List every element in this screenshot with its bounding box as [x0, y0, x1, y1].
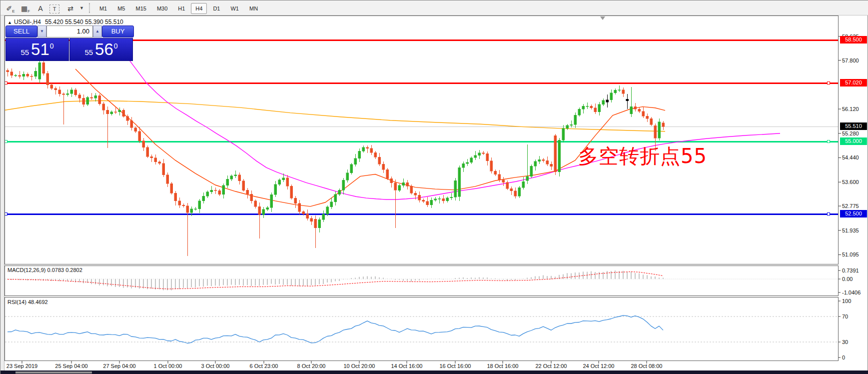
rsi-label: RSI(14) 48.4692: [7, 299, 48, 305]
volume-up-button[interactable]: ▲: [93, 26, 102, 38]
bottom-bar-segment: [15, 372, 92, 374]
buy-price-big: 56: [95, 40, 113, 59]
volume-down-button[interactable]: ▼: [37, 26, 46, 38]
chart-header: ▲USOil-,H455.420 55.540 55.390 55.510: [7, 18, 123, 26]
buy-button[interactable]: BUY: [102, 26, 134, 38]
buy-price-box[interactable]: 55 56 0: [69, 38, 133, 61]
price-badge-52.500: 52.500: [840, 210, 867, 218]
ma-mid: [129, 60, 780, 200]
price-badge-55.510: 55.510: [840, 122, 867, 130]
chart-shift-marker-icon[interactable]: [600, 16, 605, 20]
buy-price-small: 55: [84, 48, 93, 56]
trading-terminal-window: ✐E▦FAT⇄ ▼ M1M5M15M30H1H4D1W1MN ▲USOil-,H…: [0, 0, 868, 374]
price-badge-55.000: 55.000: [840, 138, 867, 145]
chart-ohlc-values: 55.420 55.540 55.390 55.510: [45, 18, 123, 26]
price-badge-57.020: 57.020: [840, 79, 867, 86]
sell-price-sup: 0: [50, 42, 54, 50]
sell-price-box[interactable]: 55 51 0: [5, 38, 69, 61]
sell-price-small: 55: [20, 48, 29, 56]
sell-price-big: 51: [31, 40, 49, 59]
ma-fast: [75, 69, 665, 206]
sell-button[interactable]: SELL: [5, 26, 37, 38]
chart-text-annotation: 多空转折点55: [578, 142, 707, 170]
collapse-icon[interactable]: ▲: [7, 20, 12, 25]
price-badge-58.500: 58.500: [840, 36, 867, 44]
macd-label: MACD(12,26,9) 0.0783 0.2802: [7, 267, 82, 273]
buy-price-sup: 0: [114, 42, 118, 50]
volume-input[interactable]: 1.00: [46, 26, 93, 38]
bottom-bar: [0, 370, 868, 374]
chart-title: USOil-,H4: [14, 18, 41, 26]
one-click-trading-panel: SELL ▼ 1.00 ▲ BUY 55 51 0 55 56 0: [5, 26, 134, 61]
